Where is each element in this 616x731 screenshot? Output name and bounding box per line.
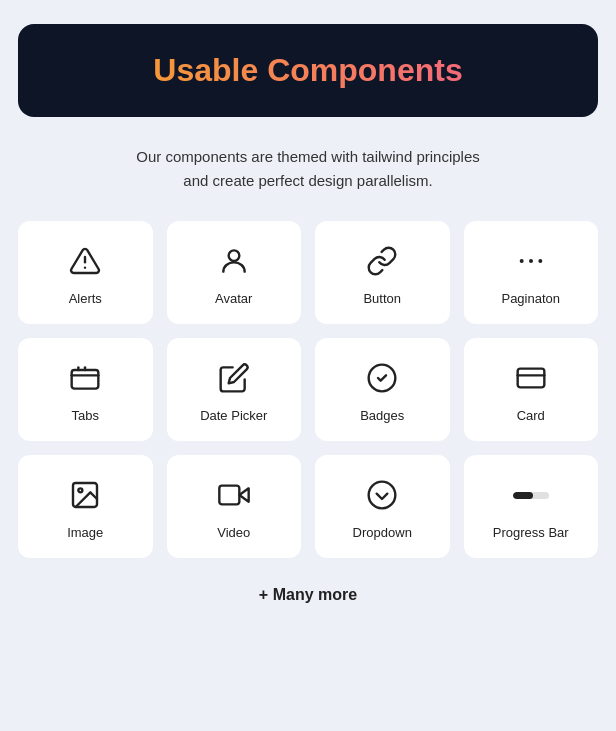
svg-rect-13 bbox=[219, 486, 239, 505]
dots-icon bbox=[513, 243, 549, 279]
svg-point-4 bbox=[529, 259, 533, 263]
svg-rect-6 bbox=[72, 370, 99, 389]
video-label: Video bbox=[217, 525, 250, 540]
header-title: Usable Components bbox=[50, 52, 566, 89]
alerts-label: Alerts bbox=[69, 291, 102, 306]
pagination-label: Paginaton bbox=[501, 291, 560, 306]
svg-marker-12 bbox=[239, 488, 248, 501]
component-grid: Alerts Avatar Button Pa bbox=[18, 221, 598, 558]
component-card-image[interactable]: Image bbox=[18, 455, 153, 558]
check-circle-icon bbox=[364, 360, 400, 396]
link-icon bbox=[364, 243, 400, 279]
image-label: Image bbox=[67, 525, 103, 540]
video-icon bbox=[216, 477, 252, 513]
alert-triangle-icon bbox=[67, 243, 103, 279]
component-card-progressbar[interactable]: Progress Bar bbox=[464, 455, 599, 558]
svg-point-5 bbox=[538, 259, 542, 263]
card-label: Card bbox=[517, 408, 545, 423]
component-card-pagination[interactable]: Paginaton bbox=[464, 221, 599, 324]
header-banner: Usable Components bbox=[18, 24, 598, 117]
datepicker-label: Date Picker bbox=[200, 408, 267, 423]
credit-card-icon bbox=[513, 360, 549, 396]
component-card-tabs[interactable]: Tabs bbox=[18, 338, 153, 441]
component-card-card[interactable]: Card bbox=[464, 338, 599, 441]
svg-rect-8 bbox=[517, 369, 544, 388]
svg-point-14 bbox=[369, 482, 396, 509]
component-card-button[interactable]: Button bbox=[315, 221, 450, 324]
subtitle: Our components are themed with tailwind … bbox=[18, 145, 598, 193]
page-container: Usable Components Our components are the… bbox=[18, 24, 598, 604]
image-icon bbox=[67, 477, 103, 513]
avatar-label: Avatar bbox=[215, 291, 252, 306]
dropdown-label: Dropdown bbox=[353, 525, 412, 540]
badges-label: Badges bbox=[360, 408, 404, 423]
svg-point-2 bbox=[228, 250, 239, 261]
component-card-alerts[interactable]: Alerts bbox=[18, 221, 153, 324]
progressbar-label: Progress Bar bbox=[493, 525, 569, 540]
component-card-datepicker[interactable]: Date Picker bbox=[167, 338, 302, 441]
button-label: Button bbox=[363, 291, 401, 306]
svg-point-3 bbox=[519, 259, 523, 263]
component-card-badges[interactable]: Badges bbox=[315, 338, 450, 441]
chevron-circle-icon bbox=[364, 477, 400, 513]
svg-point-11 bbox=[79, 488, 83, 492]
avatar-icon bbox=[216, 243, 252, 279]
edit-icon bbox=[216, 360, 252, 396]
component-card-avatar[interactable]: Avatar bbox=[167, 221, 302, 324]
progress-bar-icon bbox=[513, 477, 549, 513]
component-card-dropdown[interactable]: Dropdown bbox=[315, 455, 450, 558]
tabs-icon bbox=[67, 360, 103, 396]
more-text: + Many more bbox=[18, 586, 598, 604]
tabs-label: Tabs bbox=[72, 408, 99, 423]
component-card-video[interactable]: Video bbox=[167, 455, 302, 558]
